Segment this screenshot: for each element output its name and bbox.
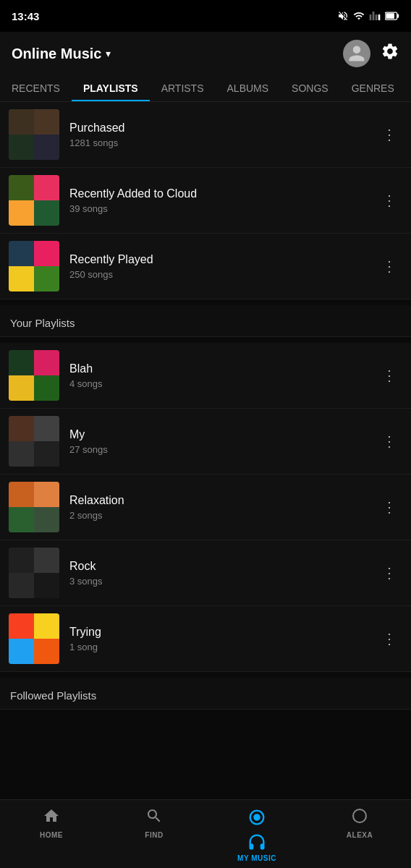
svg-rect-2 xyxy=(386,13,394,19)
mute-icon xyxy=(337,10,349,22)
playlist-info-recently-added: Recently Added to Cloud 39 songs xyxy=(59,187,376,214)
playlist-name-relaxation: Relaxation xyxy=(69,494,366,507)
divider-1 xyxy=(0,299,411,305)
playlist-info-recently-played: Recently Played 250 songs xyxy=(59,253,376,280)
status-bar: 13:43 xyxy=(0,0,411,32)
playlist-name-blah: Blah xyxy=(69,362,366,375)
more-button-purchased[interactable]: ⋮ xyxy=(376,120,402,149)
playlist-count-trying: 1 song xyxy=(69,642,366,652)
svg-rect-1 xyxy=(397,14,399,18)
playlist-name-recently-added: Recently Added to Cloud xyxy=(69,187,366,200)
my-music-label: MY MUSIC xyxy=(237,854,276,862)
signal-icon xyxy=(369,10,381,22)
settings-button[interactable] xyxy=(381,42,399,65)
playlist-count-recently-added: 39 songs xyxy=(69,203,366,214)
wifi-icon xyxy=(353,10,365,22)
nav-tabs: RECENTS PLAYLISTS ARTISTS ALBUMS SONGS G… xyxy=(0,75,411,102)
playlist-thumb-recently-played xyxy=(9,241,59,292)
divider-2 xyxy=(0,337,411,343)
more-button-recently-added[interactable]: ⋮ xyxy=(376,186,402,215)
playlist-count-blah: 4 songs xyxy=(69,378,366,389)
playlist-thumb-trying xyxy=(9,613,59,664)
bottom-nav-find[interactable]: FIND xyxy=(103,800,206,868)
playlist-thumb-my xyxy=(9,416,59,467)
playlist-thumb-rock xyxy=(9,548,59,598)
more-button-relaxation[interactable]: ⋮ xyxy=(376,493,402,522)
header-title-group[interactable]: Online Music ▾ xyxy=(12,46,111,62)
playlist-info-blah: Blah 4 songs xyxy=(59,362,376,389)
dropdown-icon[interactable]: ▾ xyxy=(106,48,111,59)
playlist-info-rock: Rock 3 songs xyxy=(59,560,376,587)
playlist-count-recently-played: 250 songs xyxy=(69,269,366,280)
divider-3 xyxy=(0,672,411,678)
avatar-button[interactable] xyxy=(343,40,370,67)
playlist-name-rock: Rock xyxy=(69,560,366,573)
playlist-name-trying: Trying xyxy=(69,626,366,639)
more-button-my[interactable]: ⋮ xyxy=(376,427,402,456)
playlist-item-my[interactable]: My 27 songs ⋮ xyxy=(0,409,411,475)
playlist-item-purchased[interactable]: Purchased 1281 songs ⋮ xyxy=(0,102,411,168)
battery-icon xyxy=(385,11,399,21)
playlist-name-purchased: Purchased xyxy=(69,122,366,135)
playlist-info-relaxation: Relaxation 2 songs xyxy=(59,494,376,521)
home-icon xyxy=(43,807,60,829)
avatar-icon xyxy=(347,44,366,63)
playlist-item-blah[interactable]: Blah 4 songs ⋮ xyxy=(0,343,411,409)
playlist-item-trying[interactable]: Trying 1 song ⋮ xyxy=(0,606,411,672)
more-button-recently-played[interactable]: ⋮ xyxy=(376,252,402,281)
gear-icon xyxy=(381,42,399,61)
your-playlists-header: Your Playlists xyxy=(0,305,411,337)
bottom-nav-home[interactable]: HOME xyxy=(0,800,103,868)
svg-point-4 xyxy=(353,809,366,822)
app-title: Online Music xyxy=(12,46,101,62)
alexa-icon xyxy=(351,807,368,829)
playlist-count-relaxation: 2 songs xyxy=(69,510,366,521)
followed-playlists-header: Followed Playlists xyxy=(0,678,411,710)
more-button-trying[interactable]: ⋮ xyxy=(376,624,402,653)
playlist-count-purchased: 1281 songs xyxy=(69,137,366,148)
playlist-info-my: My 27 songs xyxy=(59,428,376,455)
svg-point-3 xyxy=(255,815,260,820)
playlist-item-rock[interactable]: Rock 3 songs ⋮ xyxy=(0,540,411,606)
playlist-count-my: 27 songs xyxy=(69,444,366,455)
bottom-nav-my-music[interactable]: MY MUSIC xyxy=(206,800,308,868)
playlist-info-purchased: Purchased 1281 songs xyxy=(59,122,376,148)
playlist-thumb-purchased xyxy=(9,109,59,160)
playlist-info-trying: Trying 1 song xyxy=(59,626,376,652)
my-music-icon xyxy=(247,807,267,852)
tab-artists[interactable]: ARTISTS xyxy=(150,75,216,101)
header-actions xyxy=(343,40,399,67)
playlist-item-relaxation[interactable]: Relaxation 2 songs ⋮ xyxy=(0,475,411,540)
playlist-thumb-relaxation xyxy=(9,482,59,532)
tab-songs[interactable]: SONGS xyxy=(280,75,340,101)
tab-albums[interactable]: ALBUMS xyxy=(216,75,281,101)
bottom-nav: HOME FIND MY MUSIC ALEXA xyxy=(0,799,411,868)
playlist-thumb-blah xyxy=(9,350,59,401)
bottom-nav-alexa[interactable]: ALEXA xyxy=(308,800,411,868)
playlist-count-rock: 3 songs xyxy=(69,576,366,587)
find-label: FIND xyxy=(145,831,163,839)
home-label: HOME xyxy=(40,831,63,839)
playlist-name-recently-played: Recently Played xyxy=(69,253,366,266)
app-header: Online Music ▾ xyxy=(0,32,411,75)
more-button-blah[interactable]: ⋮ xyxy=(376,361,402,390)
playlist-name-my: My xyxy=(69,428,366,441)
tab-playlists[interactable]: PLAYLISTS xyxy=(72,75,150,101)
status-icons xyxy=(337,10,399,22)
playlist-item-recently-played[interactable]: Recently Played 250 songs ⋮ xyxy=(0,234,411,299)
playlist-thumb-recently-added xyxy=(9,175,59,226)
tab-genres[interactable]: GENRES xyxy=(340,75,406,101)
find-icon xyxy=(145,807,163,829)
tab-recents[interactable]: RECENTS xyxy=(0,75,72,101)
scroll-spacer xyxy=(0,710,411,767)
playlist-item-recently-added[interactable]: Recently Added to Cloud 39 songs ⋮ xyxy=(0,168,411,234)
status-time: 13:43 xyxy=(12,10,39,22)
alexa-label: ALEXA xyxy=(347,831,373,839)
more-button-rock[interactable]: ⋮ xyxy=(376,558,402,587)
